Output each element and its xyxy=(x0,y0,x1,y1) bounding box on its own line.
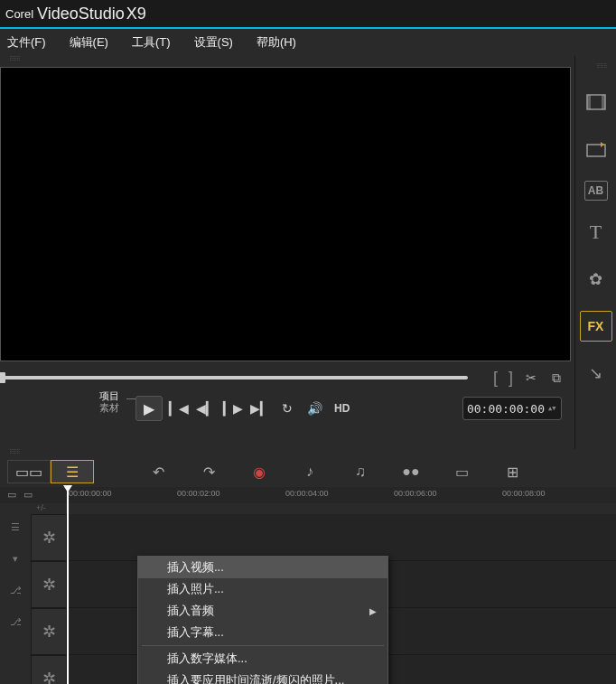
timeline-toolbar: ▭▭ ☰ ↶ ↷ ◉ ♪ ♫ ●● ▭ ⊞ xyxy=(0,456,616,487)
ctx-insert-audio[interactable]: 插入音频 ▶ xyxy=(138,600,387,622)
track-gutter: ☰ ▾ ⎇ ⎇ xyxy=(0,514,31,684)
submenu-arrow-icon: ▶ xyxy=(369,606,377,616)
scrub-bar[interactable] xyxy=(0,376,468,379)
volume-button[interactable]: 🔊 xyxy=(303,398,325,419)
timeline-view-button[interactable]: ☰ xyxy=(51,460,94,483)
timecode-spinner-icon[interactable]: ▲▼ xyxy=(548,406,557,412)
context-menu: 插入视频... 插入照片... 插入音频 ▶ 插入字幕... 插入数字媒体...… xyxy=(137,556,388,684)
track-manager-icon[interactable]: ☰ xyxy=(11,521,20,533)
hd-toggle[interactable]: HD xyxy=(334,402,350,415)
next-frame-button[interactable]: ▎▶ xyxy=(222,398,244,419)
ctx-insert-digital-media[interactable]: 插入数字媒体... xyxy=(138,648,387,670)
video-track-head[interactable]: ✲ xyxy=(31,514,67,561)
menu-tools[interactable]: 工具(T) xyxy=(132,34,171,51)
ctx-insert-video[interactable]: 插入视频... xyxy=(138,557,387,578)
preview-screen[interactable] xyxy=(0,67,571,361)
play-button[interactable]: ▶ xyxy=(135,396,163,421)
ruler-tick: 00:00:04:00 xyxy=(285,489,329,498)
subtitle-button[interactable]: ▭ xyxy=(450,460,473,483)
ruler-tick: 00:00:06:00 xyxy=(394,489,437,498)
mark-out-button[interactable]: ] xyxy=(505,369,517,388)
mode-clip[interactable]: 素材 xyxy=(99,402,119,414)
audio-mixer-button[interactable]: ♪ xyxy=(298,460,322,483)
ctx-insert-photo[interactable]: 插入照片... xyxy=(138,578,387,600)
menu-help[interactable]: 帮助(H) xyxy=(257,34,296,51)
ruler-tick: 00:00:02:00 xyxy=(177,489,220,498)
title-tab[interactable]: T xyxy=(580,217,612,248)
preview-panel: [ ] ✂ ⧉ 项目 素材 — ▶ ▎◀ ◀▎ ▎▶ ▶▎ ↻ 🔊 HD 00:… xyxy=(0,56,574,449)
instant-project-tab[interactable] xyxy=(580,134,612,164)
ctx-insert-subtitle[interactable]: 插入字幕... xyxy=(138,622,387,643)
transition-tab[interactable]: AB xyxy=(584,181,608,201)
ruler-tick: 00:00:08:00 xyxy=(502,489,546,498)
fx-tab[interactable]: FX xyxy=(580,311,612,342)
title-bar: Corel VideoStudio X9 xyxy=(0,0,616,29)
go-start-button[interactable]: ▎◀ xyxy=(168,398,190,419)
media-tab[interactable] xyxy=(580,87,612,117)
chevron-down-icon[interactable]: ▾ xyxy=(13,553,18,565)
multi-view-button[interactable]: ⊞ xyxy=(500,460,524,483)
timecode-field[interactable]: 00:00:00:00 ▲▼ xyxy=(462,397,562,420)
panel-grip-icon[interactable] xyxy=(0,56,574,63)
video-track-lane[interactable] xyxy=(67,514,616,561)
ctx-insert-timelapse-photos[interactable]: 插入要应用时间流逝/频闪的照片... xyxy=(138,670,387,684)
graphic-tab[interactable]: ✿ xyxy=(580,264,612,295)
ruler-tick: 00:00:00:00 xyxy=(69,489,112,498)
overlay-track-head-2[interactable]: ✲ xyxy=(31,608,67,655)
mode-indicator-icon: — xyxy=(126,393,135,403)
link-icon[interactable]: ⎇ xyxy=(10,616,22,628)
menu-bar: 文件(F) 编辑(E) 工具(T) 设置(S) 帮助(H) xyxy=(0,29,616,56)
timeline-ruler[interactable]: ▭ ▭ 00:00:00:00 00:00:02:00 00:00:04:00 … xyxy=(0,487,616,503)
ruler-icon[interactable]: ▭ xyxy=(7,489,22,501)
overlay-track-head-3[interactable]: ✲ xyxy=(31,655,67,684)
path-tab[interactable]: ↘ xyxy=(580,358,612,389)
brand-name: VideoStudio xyxy=(37,5,125,23)
link-icon[interactable]: ⎇ xyxy=(10,585,22,596)
svg-rect-3 xyxy=(587,145,605,156)
cut-icon[interactable]: ✂ xyxy=(520,367,542,389)
auto-music-button[interactable]: ♫ xyxy=(349,460,372,483)
undo-button[interactable]: ↶ xyxy=(146,460,170,483)
ctx-separator xyxy=(142,645,384,646)
overlay-track-head[interactable]: ✲ xyxy=(31,561,67,608)
panel-grip-icon[interactable] xyxy=(575,63,616,70)
timecode-value: 00:00:00:00 xyxy=(467,402,545,416)
menu-settings[interactable]: 设置(S) xyxy=(194,34,233,51)
ruler-icon[interactable]: ▭ xyxy=(23,489,38,501)
menu-file[interactable]: 文件(F) xyxy=(7,34,46,51)
mode-project[interactable]: 项目 xyxy=(99,390,119,402)
menu-edit[interactable]: 编辑(E) xyxy=(70,34,108,51)
chapter-button[interactable]: ●● xyxy=(399,460,423,483)
storyboard-view-button[interactable]: ▭▭ xyxy=(7,460,51,483)
library-tabs: AB T ✿ FX ↘ xyxy=(574,56,616,449)
svg-rect-2 xyxy=(602,95,605,109)
zoom-control[interactable]: +/- xyxy=(36,503,46,514)
brand-corel: Corel xyxy=(5,7,33,21)
expand-icon[interactable]: ⧉ xyxy=(546,367,567,389)
svg-rect-1 xyxy=(587,95,591,109)
repeat-button[interactable]: ↻ xyxy=(276,398,298,419)
record-button[interactable]: ◉ xyxy=(247,460,271,483)
prev-frame-button[interactable]: ◀▎ xyxy=(195,398,217,419)
playhead[interactable] xyxy=(67,487,69,684)
panel-grip-icon[interactable] xyxy=(0,449,616,456)
brand-version: X9 xyxy=(126,5,146,23)
go-end-button[interactable]: ▶▎ xyxy=(249,398,271,419)
redo-button[interactable]: ↷ xyxy=(197,460,220,483)
mark-in-button[interactable]: [ xyxy=(490,369,501,388)
